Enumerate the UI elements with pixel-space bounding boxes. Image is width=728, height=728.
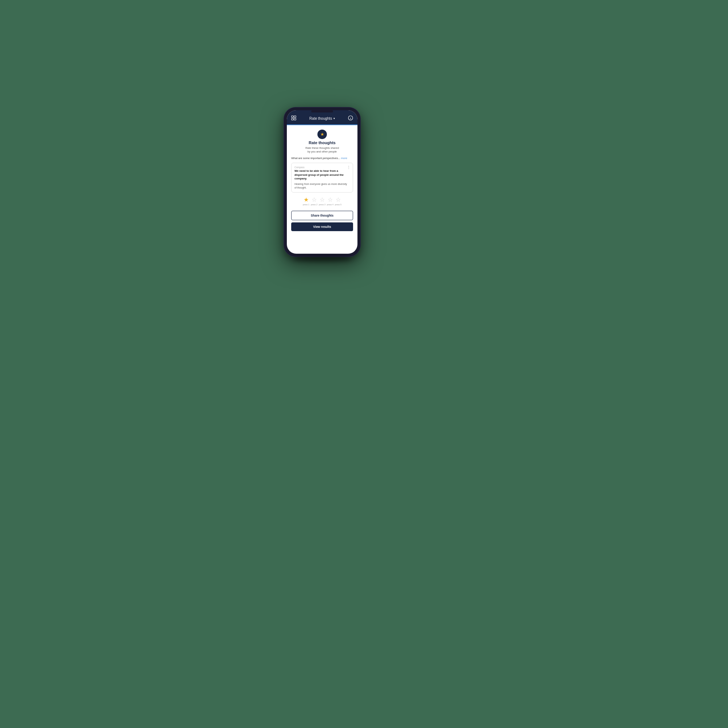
star-2-label: press 2: [311, 203, 317, 206]
star-1-icon[interactable]: ★: [304, 197, 309, 203]
svg-rect-3: [294, 118, 296, 120]
section-subtitle: Rate these thoughts sharedby you and oth…: [305, 146, 339, 154]
star-4[interactable]: ☆ press 4: [327, 197, 333, 206]
button-section: Share thoughts View results: [291, 211, 353, 231]
main-content: ★ Rate thoughts Rate these thoughts shar…: [287, 125, 358, 254]
top-bar-title-text: Rate thoughts: [309, 116, 332, 121]
phone-device: Rate thoughts ▾ i ★ Rate: [284, 107, 360, 258]
top-bar-title-group[interactable]: Rate thoughts ▾: [309, 116, 335, 121]
phone-frame: Rate thoughts ▾ i ★ Rate: [284, 107, 360, 257]
svg-rect-1: [294, 116, 296, 118]
star-4-icon[interactable]: ☆: [327, 197, 333, 203]
svg-rect-2: [292, 118, 294, 120]
star-rating: ★ press 1 ☆ press 2 ☆ press 3 ☆ press 4: [291, 196, 353, 207]
star-5-icon[interactable]: ☆: [336, 197, 341, 203]
thought-sub-text: Hearing from everyone gives us more dive…: [294, 182, 350, 190]
star-5[interactable]: ☆ press 5: [335, 197, 341, 206]
star-2[interactable]: ☆ press 2: [311, 197, 317, 206]
more-link[interactable]: more: [341, 156, 347, 160]
star-4-label: press 4: [327, 203, 333, 206]
star-3[interactable]: ☆ press 3: [319, 197, 326, 206]
rate-thoughts-icon-wrapper: ★: [317, 130, 327, 139]
question-text: What are some important perspectives... …: [291, 156, 353, 160]
star-1-label: press 1: [303, 203, 309, 206]
star-2-icon[interactable]: ☆: [312, 197, 317, 203]
thought-card: Compass ⋮ We need to be able to hear fro…: [291, 163, 353, 193]
thought-label: Compass: [294, 166, 350, 168]
svg-rect-0: [292, 116, 294, 118]
phone-screen: Rate thoughts ▾ i ★ Rate: [287, 110, 358, 254]
star-3-label: press 3: [319, 203, 326, 206]
phone-shadow: [293, 256, 351, 262]
card-menu-icon[interactable]: ⋮: [347, 165, 351, 169]
star-5-label: press 5: [335, 203, 341, 206]
star-icon: ★: [320, 132, 324, 137]
star-3-icon[interactable]: ☆: [320, 197, 325, 203]
share-thoughts-button[interactable]: Share thoughts: [291, 211, 353, 220]
thought-main-text: We need to be able to hear from a disper…: [294, 169, 350, 181]
header-section: ★ Rate thoughts Rate these thoughts shar…: [291, 130, 353, 154]
section-title: Rate thoughts: [309, 141, 336, 145]
phone-notch: [311, 110, 333, 112]
star-1[interactable]: ★ press 1: [303, 197, 309, 206]
info-icon[interactable]: i: [347, 115, 354, 122]
back-icon[interactable]: [291, 115, 297, 122]
chevron-down-icon: ▾: [333, 117, 335, 120]
view-results-button[interactable]: View results: [291, 222, 353, 231]
svg-text:i: i: [350, 117, 351, 120]
